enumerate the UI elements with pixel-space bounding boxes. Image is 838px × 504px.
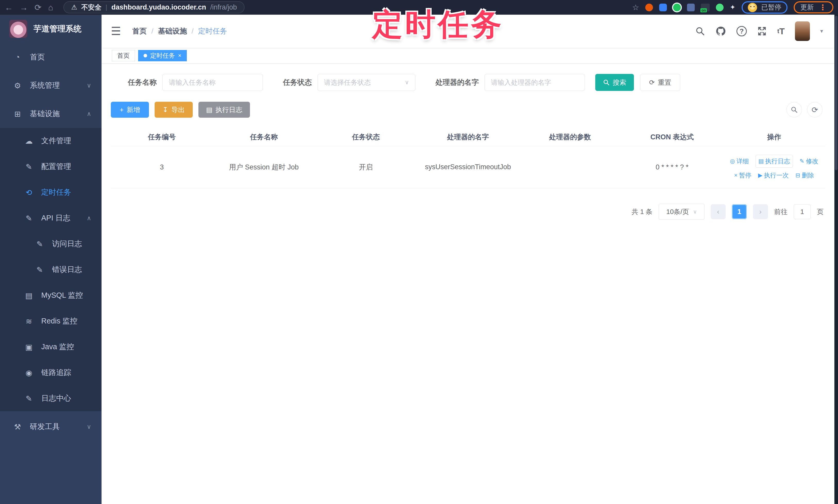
bookmark-star-icon[interactable]: ☆ — [632, 3, 639, 12]
sidebar-item-label: 研发工具 — [30, 421, 60, 432]
reset-button[interactable]: ⟳ 重置 — [640, 74, 680, 91]
sidebar-item-infra[interactable]: ⊞ 基础设施 ∧ — [0, 100, 102, 128]
browser-update-area[interactable]: 更新 ⋮ — [794, 1, 833, 13]
breadcrumb-infra[interactable]: 基础设施 — [158, 26, 187, 36]
browser-menu-icon[interactable]: ⋮ — [819, 3, 827, 12]
breadcrumb: 首页 / 基础设施 / 定时任务 — [132, 26, 227, 36]
goto-page-input[interactable] — [794, 204, 811, 219]
tab-label: 定时任务 — [150, 52, 175, 60]
font-size-icon[interactable]: tT — [777, 26, 785, 36]
extension-orange-icon[interactable] — [645, 4, 653, 11]
page-size-value: 10条/页 — [666, 207, 689, 216]
sidebar-item-label: MySQL 监控 — [41, 290, 83, 301]
execution-log-button[interactable]: ▤ 执行日志 — [198, 102, 250, 118]
navbar-actions: ? tT ▾ — [695, 21, 834, 41]
scrollbar-thumb[interactable] — [835, 16, 837, 170]
sidebar-item-label: 文件管理 — [41, 136, 71, 146]
reset-button-label: 重置 — [658, 78, 671, 87]
hamburger-icon[interactable]: ☰ — [111, 25, 121, 37]
column-header: CRON 表达式 — [621, 128, 723, 146]
sidebar-item-redis-monitor[interactable]: ≋ Redis 监控 — [0, 308, 102, 334]
cell-job-name: 用户 Session 超时 Job — [213, 146, 315, 188]
help-icon[interactable]: ? — [736, 26, 747, 36]
breadcrumb-current: 定时任务 — [198, 26, 227, 36]
forward-icon[interactable]: → — [20, 3, 28, 12]
reset-icon: ⟳ — [649, 78, 655, 87]
breadcrumb-separator: / — [151, 27, 153, 35]
page-scrollbar[interactable] — [834, 15, 838, 504]
cell-handler-name: sysUserSessionTimeoutJob — [417, 146, 519, 188]
sidebar-item-file-manage[interactable]: ☁ 文件管理 — [0, 128, 102, 154]
close-icon[interactable]: × — [178, 52, 181, 59]
extension-paw-icon[interactable]: ✦ — [730, 3, 735, 11]
sidebar-item-label: 首页 — [30, 52, 45, 62]
address-bar[interactable]: ⚠ 不安全 | dashboard.yudao.iocoder.cn /infr… — [64, 1, 245, 13]
column-header: 处理器的参数 — [519, 128, 621, 146]
page-size-select[interactable]: 10条/页 ∨ — [659, 204, 704, 220]
extension-proxy-icon[interactable]: on — [701, 4, 710, 11]
update-button[interactable]: 更新 — [800, 3, 814, 12]
sidebar-item-access-log[interactable]: ✎ 访问日志 — [0, 231, 102, 257]
job-name-input[interactable] — [162, 74, 263, 91]
row-execution-log-link[interactable]: ▤执行日志 — [755, 155, 793, 168]
tampermonkey-extension[interactable]: 已暂停 — [741, 1, 787, 14]
sidebar-item-java-monitor[interactable]: ▣ Java 监控 — [0, 334, 102, 360]
sidebar-item-log-center[interactable]: ✎ 日志中心 — [0, 385, 102, 411]
sidebar-item-label: 日志中心 — [41, 393, 71, 403]
dashboard-icon: ◔ — [12, 53, 23, 61]
avatar-caret-icon[interactable]: ▾ — [820, 28, 823, 35]
sidebar-item-api-log[interactable]: ✎ API 日志 ∧ — [0, 205, 102, 231]
paused-badge: 已暂停 — [761, 3, 781, 12]
sidebar-submenu: ☁ 文件管理 ✎ 配置管理 ⟲ 定时任务 ✎ API 日志 ∧ ✎ 访问日志 ✎ — [0, 128, 102, 411]
page-number-button[interactable]: 1 — [732, 204, 747, 219]
home-icon[interactable]: ⌂ — [48, 3, 53, 12]
action-label: 详细 — [736, 157, 749, 165]
tab-scheduled-jobs[interactable]: 定时任务 × — [138, 50, 187, 61]
action-label: 修改 — [806, 157, 818, 165]
job-status-select[interactable]: 请选择任务状态 ∨ — [317, 74, 415, 91]
execution-log-button-label: 执行日志 — [215, 105, 242, 114]
column-header: 任务编号 — [111, 128, 213, 146]
sidebar-item-error-log[interactable]: ✎ 错误日志 — [0, 257, 102, 283]
toggle-search-icon[interactable] — [786, 102, 802, 118]
handler-name-input[interactable] — [485, 74, 585, 91]
sidebar-item-config-manage[interactable]: ✎ 配置管理 — [0, 154, 102, 180]
edit-link[interactable]: ✎修改 — [800, 157, 818, 165]
timer-icon: ⟲ — [23, 188, 35, 197]
app-logo-row[interactable]: 芋道管理系统 — [0, 15, 102, 43]
user-avatar[interactable] — [795, 21, 810, 41]
sidebar-item-home[interactable]: ◔ 首页 — [0, 43, 102, 71]
next-page-button[interactable]: › — [753, 204, 768, 219]
java-icon: ▣ — [23, 343, 35, 352]
breadcrumb-home[interactable]: 首页 — [132, 26, 146, 36]
search-icon[interactable] — [695, 26, 705, 36]
export-button[interactable]: ↧ 导出 — [155, 102, 193, 118]
refresh-icon[interactable]: ⟳ — [807, 102, 823, 118]
warning-icon: ⚠ — [71, 3, 77, 11]
delete-link[interactable]: ⊟删除 — [796, 171, 814, 180]
filter-form: 任务名称 任务状态 请选择任务状态 ∨ 处理器的名字 搜索 ⟳ 重置 — [128, 74, 825, 91]
sidebar-item-scheduled-jobs[interactable]: ⟲ 定时任务 — [0, 180, 102, 205]
action-label: 执行日志 — [765, 157, 790, 165]
sidebar-item-mysql-monitor[interactable]: ▤ MySQL 监控 — [0, 283, 102, 308]
reload-icon[interactable]: ⟳ — [35, 3, 41, 12]
extension-sprout-icon[interactable] — [716, 4, 723, 11]
tab-home[interactable]: 首页 — [112, 50, 135, 61]
extension-green-icon[interactable] — [673, 4, 681, 11]
extension-grid-icon[interactable] — [687, 4, 695, 11]
run-once-link[interactable]: ▶执行一次 — [758, 171, 789, 180]
sidebar-item-dev-tools[interactable]: ⚒ 研发工具 ∨ — [0, 411, 102, 442]
back-icon[interactable]: ← — [5, 3, 13, 12]
access-log-icon: ✎ — [34, 239, 45, 249]
extension-blue-icon[interactable] — [659, 4, 667, 11]
search-button[interactable]: 搜索 — [595, 74, 634, 91]
fullscreen-icon[interactable] — [757, 26, 767, 36]
prev-page-button[interactable]: ‹ — [711, 204, 726, 219]
detail-link[interactable]: ◎详细 — [730, 157, 749, 165]
sidebar-item-system[interactable]: ⚙ 系统管理 ∨ — [0, 71, 102, 100]
github-icon[interactable] — [715, 26, 726, 37]
sidebar-item-tracing[interactable]: ◉ 链路追踪 — [0, 360, 102, 385]
pause-link[interactable]: ×暂停 — [734, 171, 751, 180]
add-button[interactable]: + 新增 — [111, 102, 149, 118]
tools-icon: ⚒ — [12, 422, 23, 431]
